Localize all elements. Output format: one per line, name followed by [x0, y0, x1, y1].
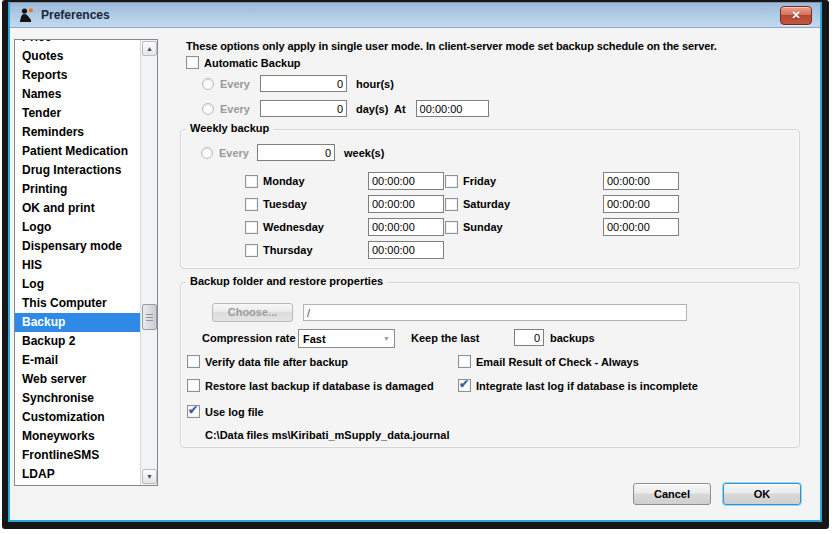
every-weeks-label: Every	[219, 147, 257, 159]
restore-backup-checkbox[interactable]	[187, 379, 200, 392]
sidebar-item-label: Quotes	[22, 49, 63, 63]
window-title: Preferences	[41, 8, 110, 22]
day-checkbox[interactable]	[245, 175, 258, 188]
sidebar-item[interactable]: Tender	[15, 104, 141, 123]
sidebar-item[interactable]: Dispensary mode	[15, 237, 141, 256]
check-icon: ✔	[459, 377, 469, 391]
sidebar-item[interactable]: Web server	[15, 370, 141, 389]
hours-unit-label: hour(s)	[356, 78, 394, 90]
every-hours-label: Every	[220, 78, 260, 90]
daily-time-input[interactable]	[416, 100, 489, 117]
day-time-input[interactable]	[368, 172, 444, 190]
email-result-label: Email Result of Check - Always	[476, 355, 639, 369]
sidebar-item[interactable]: Logo	[15, 218, 141, 237]
hours-input[interactable]	[260, 75, 347, 92]
automatic-backup-row: Automatic Backup	[186, 56, 301, 69]
days-input[interactable]	[260, 100, 347, 117]
sidebar-item[interactable]: Drug Interactions	[15, 161, 141, 180]
restore-backup-label: Restore last backup if database is damag…	[205, 379, 434, 393]
single-user-note: These options only apply in single user …	[186, 40, 717, 52]
day-time-input[interactable]	[603, 195, 679, 213]
day-time-input[interactable]	[368, 241, 444, 259]
sidebar-item-label: Reports	[22, 68, 67, 82]
day-checkbox[interactable]	[245, 221, 258, 234]
day-checkbox[interactable]	[245, 198, 258, 211]
sidebar-item[interactable]: HIS	[15, 256, 141, 275]
sidebar-item-label: Web server	[22, 372, 86, 386]
sidebar-scrollbar[interactable]: ▲ ▼	[140, 40, 157, 485]
sidebar-item[interactable]: Patient Medication	[15, 142, 141, 161]
sidebar-item[interactable]: LDAP	[15, 465, 141, 484]
day-label: Sunday	[463, 221, 603, 233]
sidebar-item[interactable]: OK and print	[15, 199, 141, 218]
day-checkbox[interactable]	[445, 198, 458, 211]
sidebar-item[interactable]: Backup	[15, 313, 141, 332]
integrate-log-row: ✔ Integrate last log if database is inco…	[458, 379, 698, 393]
compression-rate-value: Fast	[303, 333, 383, 345]
weeks-input[interactable]	[257, 144, 335, 161]
sidebar-item[interactable]: Names	[15, 85, 141, 104]
scroll-down-icon[interactable]: ▼	[142, 469, 157, 484]
sidebar-item[interactable]: Customization	[15, 408, 141, 427]
sidebar-item-label: Names	[22, 87, 61, 101]
sidebar-item-label: Logo	[22, 220, 51, 234]
scrollbar-thumb[interactable]	[142, 304, 157, 330]
dialog-body: Price Quotes Reports Names	[10, 29, 820, 520]
sidebar-item[interactable]: Backup 2	[15, 332, 141, 351]
day-time-input[interactable]	[368, 195, 444, 213]
day-checkbox[interactable]	[445, 221, 458, 234]
every-days-radio[interactable]	[202, 103, 214, 115]
sidebar-item[interactable]: E-mail	[15, 351, 141, 370]
day-time-input[interactable]	[603, 218, 679, 236]
cancel-button[interactable]: Cancel	[633, 483, 711, 505]
sidebar-item-label: Tender	[22, 106, 61, 120]
sidebar-item[interactable]: Synchronise	[15, 389, 141, 408]
day-checkbox[interactable]	[245, 244, 258, 257]
email-result-checkbox[interactable]	[458, 355, 471, 368]
every-weeks-row: Every week(s)	[201, 144, 384, 161]
every-weeks-radio[interactable]	[201, 147, 213, 159]
day-row: Saturday	[445, 195, 679, 213]
day-checkbox[interactable]	[445, 175, 458, 188]
sidebar-item[interactable]: Moneyworks	[15, 427, 141, 446]
sidebar-item-label: Reminders	[22, 125, 84, 139]
days-unit-label: day(s)	[356, 103, 394, 115]
sidebar-item-label: This Computer	[22, 296, 107, 310]
sidebar-item[interactable]: Reports	[15, 66, 141, 85]
sidebar-item[interactable]: FrontlineSMS	[15, 446, 141, 465]
backups-suffix-label: backups	[550, 332, 595, 344]
close-icon[interactable]: ✕	[780, 6, 812, 25]
use-log-file-checkbox[interactable]: ✔	[187, 405, 200, 418]
sidebar-item[interactable]: Printing	[15, 180, 141, 199]
day-time-input[interactable]	[368, 218, 444, 236]
backup-path-input[interactable]	[303, 304, 687, 321]
sidebar-item[interactable]: Reminders	[15, 123, 141, 142]
every-hours-radio[interactable]	[202, 78, 214, 90]
sidebar-item[interactable]: Price	[15, 40, 141, 47]
automatic-backup-label: Automatic Backup	[204, 57, 301, 69]
verify-data-checkbox[interactable]	[187, 355, 200, 368]
sidebar-item[interactable]: This Computer	[15, 294, 141, 313]
sidebar-item-label: OK and print	[22, 201, 95, 215]
day-time-input[interactable]	[603, 172, 679, 190]
scroll-up-icon[interactable]: ▲	[142, 41, 157, 56]
integrate-log-checkbox[interactable]: ✔	[458, 379, 471, 392]
backup-folder-title: Backup folder and restore properties	[186, 275, 387, 287]
day-label: Friday	[463, 175, 603, 187]
keep-backups-input[interactable]	[514, 329, 544, 346]
sidebar-item[interactable]: Quotes	[15, 47, 141, 66]
ok-button[interactable]: OK	[723, 483, 801, 505]
compression-rate-dropdown[interactable]: Fast ▼	[298, 329, 395, 348]
preferences-dialog: Preferences ✕ Price Quotes	[8, 2, 822, 522]
use-log-file-row: ✔ Use log file	[187, 405, 264, 419]
day-row: Thursday	[245, 241, 444, 259]
keep-last-label: Keep the last	[411, 332, 479, 344]
choose-folder-button[interactable]: Choose...	[212, 303, 293, 322]
preferences-category-list: Price Quotes Reports Names	[14, 39, 158, 486]
day-row: Tuesday	[245, 195, 444, 213]
automatic-backup-checkbox[interactable]	[186, 56, 199, 69]
weeks-unit-label: week(s)	[344, 147, 384, 159]
sidebar-item[interactable]: Log	[15, 275, 141, 294]
sidebar-item-label: Backup 2	[22, 334, 75, 348]
titlebar[interactable]: Preferences ✕	[10, 2, 820, 28]
